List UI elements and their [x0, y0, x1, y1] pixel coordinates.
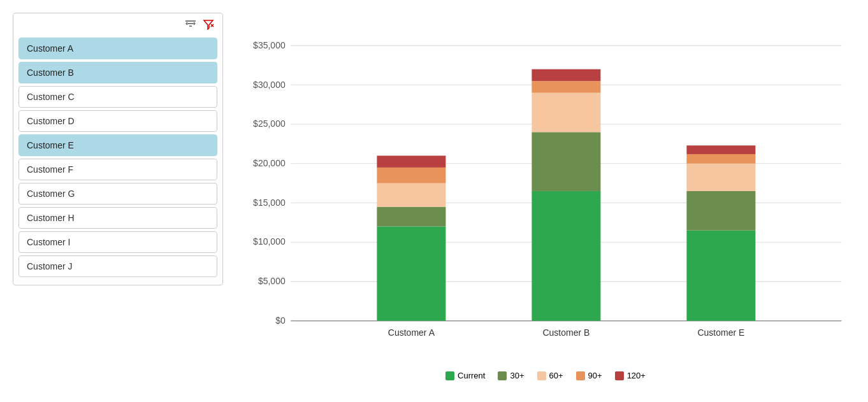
- bar-segment-d30: [532, 132, 600, 191]
- bar-segment-d30: [377, 207, 445, 227]
- chart-container: $0$5,000$10,000$15,000$20,000$25,000$30,…: [236, 32, 855, 364]
- bar-segment-d30: [686, 191, 755, 231]
- svg-text:$25,000: $25,000: [253, 118, 286, 129]
- legend-label-d30: 30+: [510, 371, 524, 380]
- bar-segment-d90: [686, 154, 755, 164]
- legend-swatch-d90: [576, 371, 585, 380]
- customer-list: Customer ACustomer BCustomer CCustomer D…: [18, 38, 217, 277]
- clear-filter-icon[interactable]: [202, 18, 215, 32]
- bar-segment-d60: [532, 93, 600, 133]
- bar-segment-d60: [686, 164, 755, 191]
- customer-item-i[interactable]: Customer I: [18, 231, 217, 253]
- chart-legend: Current30+60+90+120+: [445, 371, 646, 380]
- svg-text:$5,000: $5,000: [258, 276, 286, 286]
- legend-item-d30: 30+: [498, 371, 524, 380]
- customer-item-e[interactable]: Customer E: [18, 134, 217, 156]
- bar-segment-d120: [532, 69, 600, 82]
- svg-text:$30,000: $30,000: [253, 80, 286, 90]
- bar-segment-d120: [377, 155, 445, 168]
- legend-label-d90: 90+: [588, 371, 602, 380]
- chart-area: $0$5,000$10,000$15,000$20,000$25,000$30,…: [236, 13, 855, 380]
- legend-item-current: Current: [445, 371, 485, 380]
- legend-label-current: Current: [458, 371, 485, 380]
- bar-segment-current: [686, 231, 755, 321]
- customer-item-b[interactable]: Customer B: [18, 62, 217, 83]
- header-icons: [184, 18, 215, 32]
- legend-swatch-d120: [615, 371, 624, 380]
- bar-segment-d90: [377, 168, 445, 183]
- bar-segment-current: [532, 191, 600, 321]
- legend-swatch-d30: [498, 371, 507, 380]
- panel-header: [18, 18, 217, 32]
- svg-text:$0: $0: [275, 315, 286, 326]
- svg-text:Customer B: Customer B: [542, 327, 590, 338]
- customer-item-g[interactable]: Customer G: [18, 183, 217, 205]
- bar-segment-d60: [377, 183, 445, 207]
- legend-label-d120: 120+: [627, 371, 646, 380]
- legend-swatch-d60: [537, 371, 546, 380]
- bar-segment-d90: [532, 81, 600, 93]
- bar-segment-d120: [686, 145, 755, 154]
- legend-swatch-current: [445, 371, 454, 380]
- svg-text:Customer E: Customer E: [697, 327, 744, 338]
- customer-item-a[interactable]: Customer A: [18, 38, 217, 59]
- customer-item-d[interactable]: Customer D: [18, 110, 217, 132]
- svg-text:$15,000: $15,000: [253, 197, 286, 208]
- customer-item-f[interactable]: Customer F: [18, 159, 217, 180]
- customer-item-h[interactable]: Customer H: [18, 207, 217, 229]
- svg-text:$10,000: $10,000: [253, 236, 286, 247]
- customer-item-j[interactable]: Customer J: [18, 255, 217, 277]
- svg-text:Customer A: Customer A: [388, 327, 435, 338]
- customer-item-c[interactable]: Customer C: [18, 86, 217, 108]
- svg-text:$20,000: $20,000: [253, 158, 286, 168]
- legend-item-d60: 60+: [537, 371, 563, 380]
- customer-filter-panel: Customer ACustomer BCustomer CCustomer D…: [13, 13, 223, 285]
- filter-sort-icon[interactable]: [184, 18, 197, 32]
- legend-item-d90: 90+: [576, 371, 602, 380]
- bar-segment-current: [377, 226, 445, 320]
- svg-text:$35,000: $35,000: [253, 40, 286, 50]
- legend-label-d60: 60+: [549, 371, 563, 380]
- bar-chart: $0$5,000$10,000$15,000$20,000$25,000$30,…: [236, 32, 855, 362]
- legend-item-d120: 120+: [615, 371, 646, 380]
